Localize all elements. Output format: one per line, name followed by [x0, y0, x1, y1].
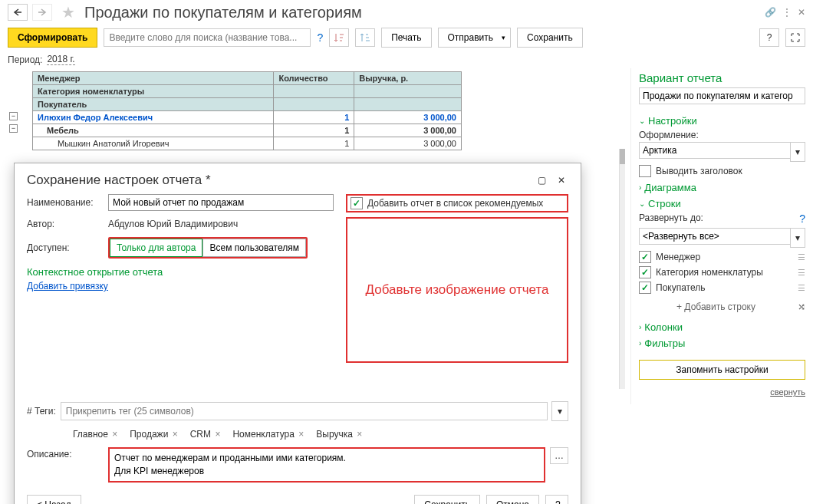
menu-icon[interactable]: ⋮: [782, 7, 792, 18]
forward-button[interactable]: [32, 4, 52, 21]
access-all-users[interactable]: Всем пользователям: [202, 239, 306, 257]
checkbox-icon[interactable]: [639, 282, 651, 294]
tag-item[interactable]: Номенклатура ×: [232, 429, 304, 440]
description-expand-button[interactable]: …: [550, 447, 568, 464]
sort-desc-button[interactable]: [355, 28, 375, 47]
save-settings-dialog: Сохранение настроек отчета * ▢ ✕ Наимено…: [14, 163, 581, 504]
checkbox-icon[interactable]: [351, 197, 363, 209]
period-label: Период:: [8, 54, 42, 65]
collapse-row-icon[interactable]: −: [9, 124, 18, 133]
description-label: Описание:: [27, 447, 104, 460]
name-input[interactable]: [108, 194, 334, 211]
description-input[interactable]: [108, 447, 545, 483]
tag-remove-icon[interactable]: ×: [112, 429, 117, 440]
remember-settings-button[interactable]: Запомнить настройки: [639, 360, 805, 380]
checkbox-icon[interactable]: [639, 251, 651, 263]
image-dropzone[interactable]: Добавьте изображение отчета: [346, 217, 568, 363]
vertical-scrollbar[interactable]: [619, 149, 625, 389]
access-toggle: Только для автора Всем пользователям: [108, 237, 308, 259]
back-button[interactable]: < Назад: [27, 495, 81, 504]
drag-handle-icon[interactable]: ☰: [798, 283, 805, 293]
dialog-help-button[interactable]: ?: [545, 495, 568, 504]
style-label: Оформление:: [639, 130, 805, 140]
tag-item[interactable]: Выручка ×: [316, 429, 362, 440]
add-row-link[interactable]: + Добавить строку: [639, 297, 793, 317]
help-icon[interactable]: ?: [799, 212, 805, 225]
fullscreen-button[interactable]: [785, 28, 805, 47]
col-header-revenue: Выручка, р.: [354, 72, 462, 85]
variant-title: Вариант отчета: [639, 71, 805, 84]
favorite-icon[interactable]: ★: [61, 3, 75, 21]
expand-select[interactable]: [639, 228, 791, 245]
dialog-title: Сохранение настроек отчета *: [27, 173, 528, 188]
group-columns[interactable]: ›Колонки: [639, 321, 805, 333]
expand-label: Развернуть до:: [639, 212, 703, 223]
access-label: Доступен:: [27, 242, 104, 253]
drag-handle-icon[interactable]: ☰: [798, 268, 805, 278]
collapse-row-icon[interactable]: −: [9, 112, 18, 120]
col-header-category: Категория номенклатуры: [33, 85, 274, 98]
sort-asc-button[interactable]: [329, 28, 349, 47]
group-rows[interactable]: ⌄Строки: [639, 198, 805, 209]
dialog-save-button[interactable]: Сохранить: [414, 495, 480, 504]
tags-list: Главное × Продажи × CRM × Номенклатура ×…: [73, 429, 568, 440]
variant-select[interactable]: [639, 87, 805, 104]
search-help-icon[interactable]: ?: [317, 31, 323, 44]
settings-panel: Вариант отчета ⌄Настройки Оформление: ▾ …: [630, 68, 813, 404]
tag-remove-icon[interactable]: ×: [215, 429, 220, 440]
top-bar: ★ Продажи по покупателям и категориям 🔗 …: [0, 0, 813, 25]
print-button[interactable]: Печать: [381, 28, 431, 48]
period-row: Период: 2018 г.: [0, 51, 813, 68]
context-title: Контекстное открытие отчета: [27, 266, 334, 278]
drag-handle-icon[interactable]: ☰: [798, 252, 805, 262]
tags-label: # Теги:: [27, 406, 56, 417]
table-row[interactable]: Мебель 1 3 000,00: [33, 124, 462, 137]
close-icon[interactable]: ✕: [798, 7, 805, 18]
row-item[interactable]: Покупатель☰: [639, 282, 805, 294]
link-icon[interactable]: 🔗: [765, 7, 776, 18]
maximize-icon[interactable]: ▢: [535, 173, 548, 187]
action-toolbar: Сформировать ? Печать Отправить Сохранит…: [0, 25, 813, 51]
row-item[interactable]: Менеджер☰: [639, 251, 805, 263]
group-filters[interactable]: ›Фильтры: [639, 338, 805, 349]
tag-remove-icon[interactable]: ×: [298, 429, 304, 440]
show-header-row[interactable]: Выводить заголовок: [639, 165, 805, 177]
search-input[interactable]: [104, 28, 311, 47]
shuffle-icon[interactable]: ⤭: [798, 301, 805, 312]
group-settings[interactable]: ⌄Настройки: [639, 115, 805, 127]
tag-item[interactable]: Продажи ×: [130, 429, 177, 440]
save-button[interactable]: Сохранить: [517, 28, 583, 48]
help-button[interactable]: ?: [759, 28, 779, 47]
add-binding-link[interactable]: Добавить привязку: [27, 281, 108, 292]
name-label: Наименование:: [27, 197, 104, 208]
recommended-checkbox-row[interactable]: Добавить отчет в список рекомендуемых: [346, 194, 568, 212]
col-header-qty: Количество: [274, 72, 354, 85]
tag-item[interactable]: Главное ×: [73, 429, 117, 440]
style-select[interactable]: [639, 142, 791, 159]
table-row[interactable]: Мышкин Анатолий Игоревич 1 3 000,00: [33, 137, 462, 150]
expand-dropdown-icon[interactable]: ▾: [790, 228, 805, 248]
period-value[interactable]: 2018 г.: [47, 54, 74, 65]
close-icon[interactable]: ✕: [555, 173, 568, 187]
group-diagram[interactable]: ›Диаграмма: [639, 182, 805, 193]
checkbox-icon[interactable]: [639, 165, 651, 177]
col-header-buyer: Покупатель: [33, 98, 274, 111]
tag-remove-icon[interactable]: ×: [357, 429, 362, 440]
col-header-manager: Менеджер: [33, 72, 274, 85]
row-item[interactable]: Категория номенклатуры☰: [639, 266, 805, 278]
page-title: Продажи по покупателям и категориям: [84, 4, 760, 21]
back-button[interactable]: [8, 4, 28, 21]
tag-remove-icon[interactable]: ×: [173, 429, 178, 440]
report-table: Менеджер Количество Выручка, р. Категори…: [32, 71, 462, 150]
dialog-cancel-button[interactable]: Отмена: [486, 495, 539, 504]
tags-dropdown-icon[interactable]: ▾: [551, 401, 568, 421]
tags-input[interactable]: [61, 402, 548, 420]
access-only-author[interactable]: Только для автора: [110, 239, 202, 257]
style-dropdown-icon[interactable]: ▾: [790, 142, 805, 162]
collapse-panel-link[interactable]: свернуть: [639, 387, 805, 397]
tag-item[interactable]: CRM ×: [190, 429, 221, 440]
table-row[interactable]: Илюхин Федор Алексеевич 1 3 000,00: [33, 111, 462, 124]
send-button[interactable]: Отправить: [438, 28, 512, 48]
generate-button[interactable]: Сформировать: [8, 28, 97, 48]
checkbox-icon[interactable]: [639, 266, 651, 278]
